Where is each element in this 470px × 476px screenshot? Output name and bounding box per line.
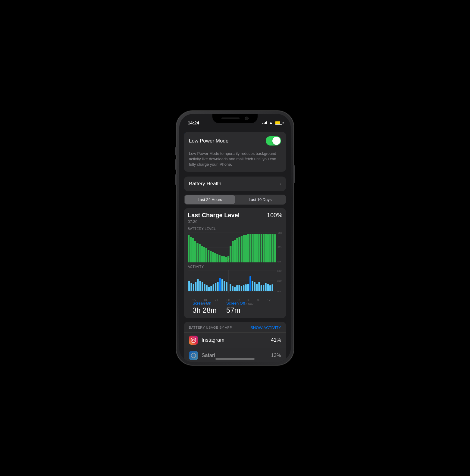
svg-rect-37: [261, 234, 262, 262]
svg-rect-39: [265, 234, 267, 262]
svg-rect-5: [192, 238, 194, 262]
segment-10d[interactable]: Last 10 Days: [235, 195, 285, 204]
svg-rect-73: [239, 285, 240, 291]
phone-frame: 14:24 ▲ ‹ Settings Battery: [176, 111, 294, 365]
svg-rect-13: [210, 251, 212, 262]
svg-point-97: [193, 355, 194, 356]
svg-rect-62: [213, 284, 214, 291]
power-button[interactable]: [293, 165, 295, 183]
svg-rect-34: [254, 234, 256, 262]
svg-rect-81: [256, 284, 258, 291]
svg-rect-67: [224, 281, 225, 291]
low-power-mode-toggle[interactable]: [266, 136, 281, 146]
screen-on-value: 3h 28m: [193, 306, 217, 315]
svg-rect-4: [190, 237, 192, 262]
svg-rect-70: [232, 286, 233, 291]
svg-rect-80: [254, 282, 255, 291]
svg-rect-10: [203, 247, 205, 262]
svg-rect-12: [208, 250, 209, 262]
low-power-mode-section: Low Power Mode Low Power Mode temporaril…: [184, 132, 286, 172]
svg-text:0%: 0%: [277, 260, 281, 262]
svg-rect-71: [234, 287, 236, 291]
activity-chart: ACTIVITY: [188, 265, 282, 297]
status-icons: ▲: [262, 120, 282, 125]
svg-text:50%: 50%: [277, 246, 282, 249]
svg-rect-84: [263, 285, 264, 291]
home-indicator: [215, 358, 255, 360]
battery-health-row[interactable]: Battery Health ›: [184, 177, 286, 191]
svg-rect-30: [245, 235, 247, 262]
battery-health-chevron-icon: ›: [280, 181, 281, 186]
svg-rect-72: [236, 285, 238, 291]
toggle-knob: [272, 137, 280, 145]
svg-rect-32: [249, 234, 251, 262]
svg-rect-75: [243, 285, 244, 291]
svg-rect-66: [221, 279, 223, 291]
svg-rect-61: [210, 286, 212, 291]
svg-rect-22: [227, 256, 229, 262]
svg-rect-87: [269, 285, 271, 291]
battery-svg: ⚡: [188, 232, 282, 262]
x-label-18: 18: [203, 299, 207, 302]
svg-rect-33: [252, 234, 253, 262]
signal-icon: [262, 121, 267, 124]
svg-rect-25: [234, 240, 236, 262]
svg-rect-23: [230, 246, 231, 262]
x-label-00: 00: [227, 299, 230, 302]
phone-screen: 14:24 ▲ ‹ Settings Battery: [179, 114, 291, 362]
svg-rect-6: [194, 241, 196, 262]
charge-level-section: Last Charge Level 07:30 100% BATTERY LEV…: [184, 208, 286, 318]
charge-title: Last Charge Level: [188, 212, 240, 219]
screen-off-value: 57m: [226, 306, 245, 315]
show-activity-button[interactable]: SHOW ACTIVITY: [250, 325, 281, 330]
safari-icon: [189, 351, 198, 360]
battery-health-label: Battery Health: [189, 181, 221, 187]
x-label-03: 03: [237, 299, 240, 302]
content-area[interactable]: Low Power Mode Low Power Mode temporaril…: [179, 127, 291, 362]
low-power-mode-row: Low Power Mode: [184, 132, 286, 150]
svg-rect-74: [241, 286, 242, 291]
svg-rect-24: [232, 241, 234, 262]
svg-rect-17: [219, 255, 221, 262]
svg-rect-79: [252, 281, 253, 291]
battery-usage-section: BATTERY USAGE BY APP SHOW ACTIVITY Insta…: [184, 322, 286, 362]
svg-rect-16: [216, 254, 218, 262]
svg-rect-42: [271, 234, 273, 262]
svg-rect-64: [217, 282, 218, 291]
svg-rect-68: [226, 282, 227, 291]
svg-rect-69: [230, 284, 231, 291]
svg-rect-86: [267, 284, 269, 291]
svg-text:100%: 100%: [277, 232, 282, 234]
svg-rect-53: [193, 284, 194, 291]
svg-rect-55: [197, 279, 199, 291]
instagram-icon: [189, 336, 198, 345]
x-label-21: 21: [215, 299, 218, 302]
safari-label: Safari: [202, 352, 271, 359]
svg-rect-11: [205, 248, 207, 262]
svg-rect-83: [261, 285, 262, 291]
svg-text:30m: 30m: [277, 280, 282, 282]
svg-rect-43: [274, 234, 276, 262]
svg-text:60m: 60m: [277, 270, 282, 272]
svg-rect-57: [202, 282, 203, 291]
volume-down-button[interactable]: [175, 174, 177, 185]
battery-level-chart: BATTERY LEVEL: [188, 227, 282, 262]
svg-rect-52: [190, 283, 192, 291]
svg-rect-14: [212, 252, 214, 262]
instagram-row[interactable]: Instagram 41%: [184, 332, 286, 348]
status-time: 14:24: [188, 120, 199, 125]
charge-row: Last Charge Level 07:30 100%: [188, 212, 282, 224]
svg-rect-8: [199, 244, 201, 262]
safari-row[interactable]: Safari 13%: [184, 348, 286, 362]
wifi-icon: ▲: [269, 120, 273, 125]
time-segment-control[interactable]: Last 24 Hours Last 10 Days: [184, 195, 286, 205]
svg-rect-76: [245, 284, 246, 291]
svg-rect-27: [239, 237, 240, 262]
segment-24h[interactable]: Last 24 Hours: [185, 195, 235, 204]
svg-rect-41: [269, 234, 271, 262]
svg-rect-85: [265, 283, 266, 291]
svg-rect-3: [188, 235, 190, 262]
volume-up-button[interactable]: [175, 159, 177, 170]
svg-point-94: [194, 338, 195, 339]
silent-button[interactable]: [175, 147, 177, 155]
